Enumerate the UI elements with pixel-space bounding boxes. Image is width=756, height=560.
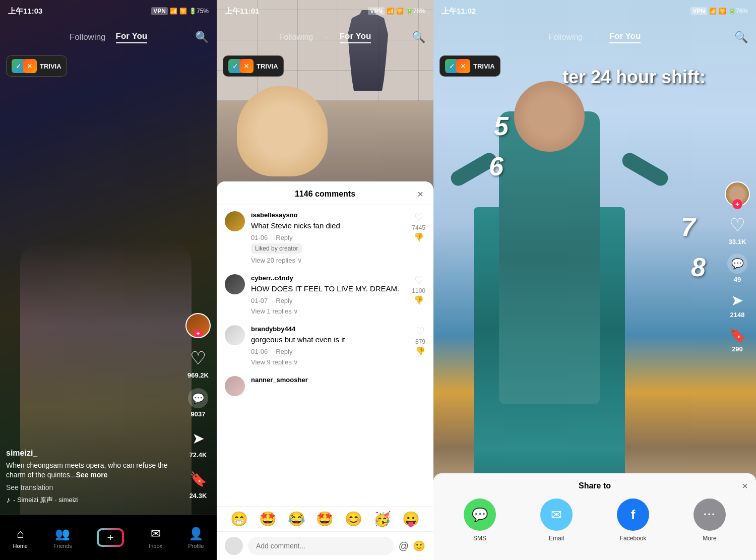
comment-like-count-2: 1100 (412, 287, 425, 294)
comment-date-3: 01-06 (251, 348, 268, 355)
share-icon-1[interactable]: ➤ (187, 427, 209, 449)
reply-button-1[interactable]: Reply (276, 234, 292, 241)
friends-label: Friends (53, 543, 72, 549)
music-info-1: ♪ - Simeizi 原声 · simeizi (6, 495, 186, 505)
comment-text-2: HOW DOES IT FEEL TO LIVE MY. DREAM. (251, 283, 406, 294)
share-action-1[interactable]: ➤ 72.4K (187, 427, 209, 459)
foryou-tab-3[interactable]: For You (609, 31, 641, 43)
at-icon[interactable]: @ (399, 540, 409, 552)
profile-icon: 👤 (188, 527, 204, 541)
x-icon-1: ✕ (23, 59, 37, 73)
bookmark-icon-3[interactable]: 🔖 (729, 327, 746, 343)
add-icon: + (99, 530, 122, 545)
comment-dislike-button-1[interactable]: 👎 (414, 232, 424, 242)
nav-friends[interactable]: 👥 Friends (53, 527, 72, 549)
share-icon-3[interactable]: ➤ (731, 291, 743, 309)
creator-avatar-1[interactable] (185, 313, 211, 338)
comment-meta-1: 01-06 Reply (251, 234, 406, 241)
search-icon-3[interactable]: 🔍 (734, 31, 748, 44)
following-tab-2[interactable]: Following (279, 33, 313, 42)
share-email[interactable]: ✉ Email (540, 499, 573, 542)
emoji-wow[interactable]: 🤩 (316, 511, 334, 527)
comment-item: nanner_smoosher (225, 376, 425, 396)
nav-add[interactable]: + (98, 529, 123, 546)
share-more[interactable]: ··· More (694, 499, 726, 542)
more-icon: ··· (694, 499, 726, 531)
friends-icon: 👥 (55, 527, 70, 541)
screen1: 上午11:03 VPN 📶 🛜 🔋75% Following For You 🔍… (0, 0, 217, 560)
emoji-party[interactable]: 🥳 (373, 511, 391, 527)
comment-item: brandybby444 gorgeous but what even is i… (225, 325, 425, 366)
comment-action-1[interactable]: 💬 9037 (188, 388, 208, 418)
close-share-button[interactable]: × (742, 480, 748, 492)
battery-icon-3: 🔋76% (728, 8, 748, 15)
share-action-3[interactable]: ➤ 2148 (730, 291, 745, 319)
emoji-grin[interactable]: 😁 (230, 511, 248, 527)
emoji-starstruck[interactable]: 🤩 (259, 511, 277, 527)
comment-like-button-2[interactable]: ♡ (414, 274, 423, 286)
bookmark-icon-1[interactable]: 🔖 (187, 468, 209, 490)
reply-button-2[interactable]: Reply (276, 297, 292, 304)
see-translation-1[interactable]: See translation (6, 483, 186, 491)
save-action-1[interactable]: 🔖 24.3K (187, 468, 209, 500)
search-icon-2[interactable]: 🔍 (412, 31, 425, 44)
view-replies-1[interactable]: View 20 replies ∨ (251, 257, 406, 264)
video-portion-2: 上午11:01 VPN 📶 🛜 🔋76% Following · For You… (217, 0, 433, 186)
comment-input[interactable] (248, 537, 394, 555)
nav-profile[interactable]: 👤 Profile (188, 527, 204, 549)
following-tab-3[interactable]: Following (549, 33, 583, 42)
signal-icon-2: 📶 (387, 8, 394, 15)
wifi-icon-2: 🛜 (396, 8, 404, 15)
trivia-badge-1[interactable]: ✓ ✕ TRIVIA (6, 55, 67, 77)
close-comments-button[interactable]: × (417, 189, 423, 200)
comment-actions-1: ♡ 7445 👎 (412, 211, 425, 264)
home-label: Home (13, 543, 28, 549)
view-replies-2[interactable]: View 1 replies ∨ (251, 307, 406, 315)
comment-action-3[interactable]: 💬 49 (727, 254, 747, 283)
creator-avatar-action-3[interactable]: + (725, 181, 750, 207)
emoji-laugh[interactable]: 😂 (288, 511, 305, 527)
foryou-tab-2[interactable]: For You (340, 31, 371, 43)
inbox-icon: ✉ (151, 527, 161, 541)
nav-home[interactable]: ⌂ Home (13, 527, 28, 549)
comment-dislike-button-2[interactable]: 👎 (414, 295, 424, 305)
sms-icon: 💬 (464, 499, 496, 531)
share-options: 💬 SMS ✉ Email f Facebook (442, 499, 748, 542)
save-count-1: 24.3K (190, 492, 207, 500)
time-1: 上午11:03 (8, 7, 42, 16)
liked-by-creator-badge-1: Liked by creator (251, 243, 302, 254)
trivia-badge-2[interactable]: ✓ ✕ TRIVIA (223, 55, 284, 77)
following-tab-1[interactable]: Following (70, 32, 106, 42)
add-button[interactable]: + (98, 529, 123, 546)
save-action-3[interactable]: 🔖 290 (729, 327, 746, 353)
comment-icon-1[interactable]: 💬 (188, 388, 208, 408)
share-facebook[interactable]: f Facebook (617, 499, 649, 542)
like-action-3[interactable]: ♡ 33.1K (729, 215, 746, 245)
like-action-1[interactable]: ♡ 969.2K (187, 347, 209, 379)
comment-dislike-button-3[interactable]: 👎 (415, 346, 425, 356)
comment-icon-3[interactable]: 💬 (727, 254, 747, 274)
avatar-action-1[interactable] (185, 313, 211, 338)
comment-like-button-3[interactable]: ♡ (416, 325, 425, 337)
comment-avatar-2 (225, 274, 245, 294)
comment-like-button-1[interactable]: ♡ (414, 211, 423, 223)
creator-username-1[interactable]: simeizi_ (6, 449, 186, 458)
see-more-1[interactable]: See more (76, 471, 108, 479)
search-icon-1[interactable]: 🔍 (195, 31, 209, 44)
nav-inbox[interactable]: ✉ Inbox (149, 527, 162, 549)
emoji-tongue[interactable]: 😛 (402, 511, 420, 527)
foryou-tab-1[interactable]: For You (116, 31, 148, 43)
emoji-row: 😁 🤩 😂 🤩 😊 🥳 😛 (217, 506, 433, 531)
heart-icon-1[interactable]: ♡ (187, 347, 209, 369)
emoji-smile[interactable]: 😊 (345, 511, 362, 527)
comment-avatar-3 (225, 325, 245, 345)
emoji-picker-icon[interactable]: 🙂 (413, 540, 425, 552)
trivia-badge-3[interactable]: ✓ ✕ TRIVIA (439, 55, 500, 77)
share-sms[interactable]: 💬 SMS (464, 499, 496, 542)
heart-icon-3[interactable]: ♡ (729, 215, 745, 236)
music-text-1: - Simeizi 原声 · simeizi (13, 495, 79, 505)
music-note-1: ♪ (6, 495, 10, 505)
reply-button-3[interactable]: Reply (276, 348, 292, 355)
view-replies-3[interactable]: View 9 replies ∨ (251, 358, 409, 366)
right-actions-3: + ♡ 33.1K 💬 49 ➤ 2148 🔖 290 (725, 181, 750, 500)
